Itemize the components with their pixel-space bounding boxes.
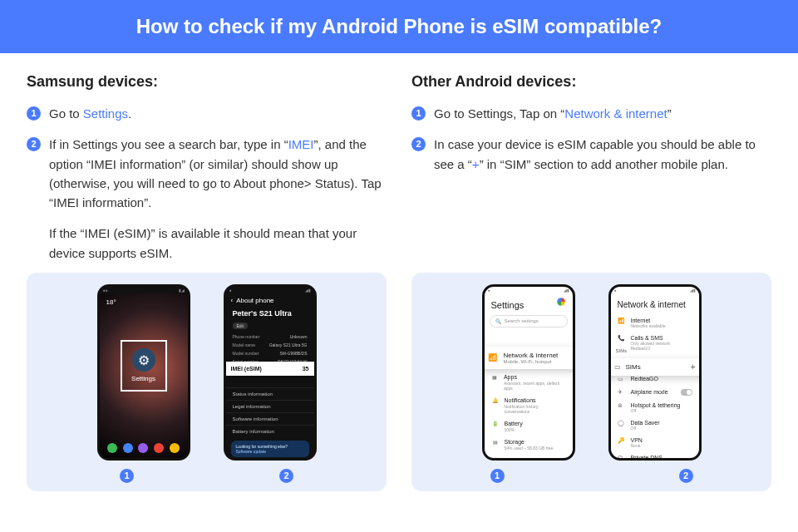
dock-app-icon[interactable] [107, 443, 117, 453]
account-avatar-icon[interactable] [557, 298, 565, 306]
other-column: Other Android devices: 1 Go to Settings,… [411, 73, 771, 273]
row-battery[interactable]: Battery information [226, 425, 314, 437]
wifi-icon: 📶 [618, 318, 626, 324]
other-step-2: 2 In case your device is eSIM capable yo… [411, 135, 771, 174]
weather-widget: 18° [106, 298, 116, 306]
sub: Off [631, 408, 681, 413]
airplane-toggle[interactable] [681, 389, 692, 396]
label: Private DNS [631, 455, 663, 461]
label: Phone number [233, 334, 260, 339]
row-status[interactable]: Status information [226, 387, 314, 400]
label: Model name [233, 342, 256, 347]
samsung-phone-about: ●◢▮ ‹ About phone Peter's S21 Ultra Edit… [224, 284, 317, 461]
dock-app-icon[interactable] [154, 443, 164, 453]
ni-title: Network & internet [504, 352, 559, 359]
airplane-icon: ✈ [618, 389, 626, 396]
phone-pair: ●◢▮ Settings 🔍 Search settings 📶 Network… [482, 284, 702, 461]
dns-icon: ⌬ [618, 455, 626, 461]
item-data-saver[interactable]: ◯Data SaverOff [611, 416, 699, 434]
settings-link[interactable]: Settings [83, 106, 128, 121]
samsung-step-1: 1 Go to Settings. [27, 104, 387, 123]
item-apps[interactable]: ▦AppsAssistant, recent apps, default app… [485, 371, 573, 394]
sub: Off [631, 426, 660, 431]
network-internet-link[interactable]: Network & internet [564, 106, 667, 121]
text: . [128, 106, 131, 121]
plus-link[interactable]: + [472, 157, 480, 171]
label: Notifications [504, 397, 565, 404]
label: Hotspot & tethering [631, 402, 681, 408]
label: Data Saver [631, 420, 660, 426]
imei-link[interactable]: IMEI [288, 137, 314, 151]
text: ” in “SIM” section to add another mobile… [480, 157, 728, 171]
text: ” [667, 106, 672, 121]
sub: Notification history, conversations [504, 404, 565, 414]
step-text: Go to Settings, Tap on “Network & intern… [434, 104, 672, 123]
item-internet[interactable]: 📶InternetNetworks available [611, 314, 699, 332]
label: Model number [233, 351, 259, 356]
label: Sound & vibration [505, 457, 550, 461]
back-icon[interactable]: ‹ [231, 297, 234, 304]
kv-phone: Phone numberUnknown [226, 332, 314, 341]
item-battery[interactable]: 🔋Battery100% [485, 417, 573, 436]
about-header: About phone [236, 297, 273, 304]
item-airplane[interactable]: ✈Airplane mode [611, 386, 699, 399]
row-software[interactable]: Software information [226, 412, 314, 425]
samsung-heading: Samsung devices: [27, 73, 387, 91]
dock-app-icon[interactable] [138, 443, 148, 453]
statusbar: ●◢▮ [226, 287, 314, 293]
item-notifications[interactable]: 🔔NotificationsNotification history, conv… [485, 394, 573, 417]
other-phone-settings: ●◢▮ Settings 🔍 Search settings 📶 Network… [482, 284, 575, 461]
settings-app-tile[interactable]: ⚙ Settings [121, 340, 167, 392]
looking-card[interactable]: Looking for something else? Software upd… [231, 441, 309, 457]
statusbar: ●◢▮ [485, 287, 573, 293]
other-figures: ●◢▮ Settings 🔍 Search settings 📶 Network… [411, 273, 771, 491]
samsung-steps: 1 Go to Settings. 2 If in Settings you s… [27, 104, 387, 212]
other-heading: Other Android devices: [411, 73, 771, 91]
value: SM-G998B/DS [279, 351, 307, 356]
row-legal[interactable]: Legal information [226, 400, 314, 412]
dock-app-icon[interactable] [123, 443, 133, 453]
plus-icon[interactable]: + [691, 362, 696, 372]
label: RedteaGO [631, 376, 658, 382]
item-storage[interactable]: ▤Storage54% used – 58.83 GB free [485, 436, 573, 454]
data-saver-icon: ◯ [618, 420, 626, 426]
network-internet-callout[interactable]: 📶 Network & internet Mobile, Wi-Fi, hots… [482, 347, 575, 369]
device-name: Peter's S21 Ultra [226, 306, 314, 321]
figure-labels: 1 2 [120, 469, 293, 483]
statusbar: ●◢▮ [611, 287, 699, 293]
fig-badge-2: 2 [679, 469, 693, 483]
phone-pair: ●●▮◢ 18° ⚙ Settings ●◢▮ [97, 284, 317, 461]
network-title: Network & internet [611, 293, 699, 314]
edit-button[interactable]: Edit [233, 323, 249, 329]
storage-icon: ▤ [491, 439, 500, 445]
sim-icon: ▭ [614, 363, 621, 371]
step-text: In case your device is eSIM capable you … [434, 135, 771, 174]
sub: 54% used – 58.83 GB free [505, 446, 554, 451]
ni-subtitle: Mobile, Wi-Fi, hotspot [504, 359, 559, 364]
search-settings[interactable]: 🔍 Search settings [490, 315, 568, 328]
imei-esim-callout: IMEI (eSIM) 35 [224, 362, 317, 376]
sim-icon: ▭ [618, 376, 626, 382]
label: Internet [631, 318, 666, 323]
text: Go to [49, 106, 83, 121]
other-steps: 1 Go to Settings, Tap on “Network & inte… [411, 104, 771, 174]
statusbar: ●●▮◢ [100, 287, 188, 293]
phone-icon: 📞 [618, 335, 626, 342]
samsung-figures: ●●▮◢ 18° ⚙ Settings ●◢▮ [27, 273, 387, 491]
spacer [538, 469, 646, 483]
text: If in Settings you see a search bar, typ… [49, 137, 288, 151]
dock-app-icon[interactable] [170, 443, 180, 453]
sound-icon: 🔊 [491, 457, 500, 461]
sims-header: SIMs [616, 348, 628, 353]
item-sound[interactable]: 🔊Sound & vibration [485, 454, 573, 461]
label: Apps [504, 374, 566, 381]
sub: 100% [505, 427, 523, 432]
sims-callout[interactable]: ▭ SIMs + [608, 358, 702, 376]
settings-app-label: Settings [131, 375, 155, 382]
item-hotspot[interactable]: ⊚Hotspot & tetheringOff [611, 399, 699, 416]
item-private-dns[interactable]: ⌬Private DNS [611, 451, 699, 461]
samsung-column: Samsung devices: 1 Go to Settings. 2 If … [27, 73, 387, 273]
page-header: How to check if my Android Phone is eSIM… [0, 0, 798, 53]
item-vpn[interactable]: 🔑VPNNone [611, 434, 699, 451]
figure-labels: 1 2 [490, 469, 693, 483]
